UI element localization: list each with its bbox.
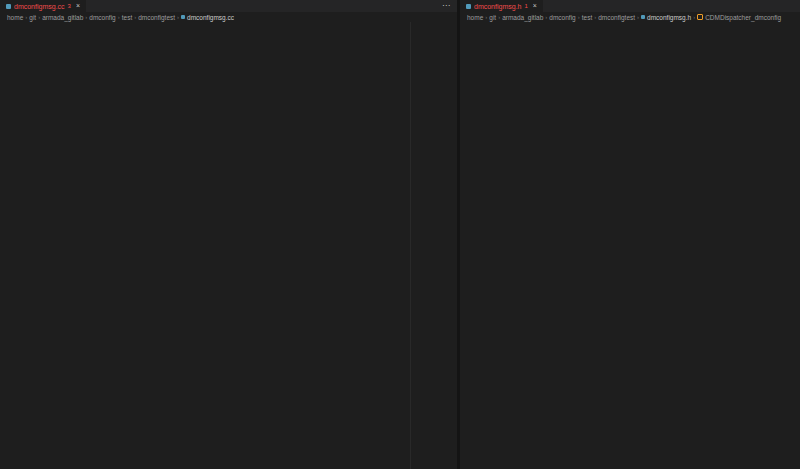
breadcrumb-item[interactable]: git [29,14,36,21]
code-editor-right[interactable] [460,22,800,469]
breadcrumb-separator: › [485,14,487,20]
breadcrumb-item[interactable]: git [489,14,496,21]
breadcrumb-symbol[interactable]: CDMDispatcher_dmconfig [705,14,781,21]
close-icon[interactable]: × [76,0,80,12]
class-symbol-icon [697,14,703,20]
breadcrumbs-left: home›git›armada_gitlab›dmconfig›test›dmc… [0,12,457,22]
tab-bar-left: dmconfigmsg.cc 3 × ⋯ [0,0,457,12]
close-icon[interactable]: × [533,0,537,12]
breadcrumb-separator: › [545,14,547,20]
editor-group-left: dmconfigmsg.cc 3 × ⋯ home›git›armada_git… [0,0,457,469]
tab-dmconfigmsg-cc[interactable]: dmconfigmsg.cc 3 × [0,0,86,12]
tab-label: dmconfigmsg.h [474,3,521,10]
breadcrumb-separator: › [594,14,596,20]
breadcrumb-separator: › [85,14,87,20]
minimap[interactable] [410,22,457,469]
tab-label: dmconfigmsg.cc [14,3,65,10]
breadcrumb-separator: › [134,14,136,20]
tab-dmconfigmsg-h[interactable]: dmconfigmsg.h 1 × [460,0,543,12]
cpp-file-icon [466,4,471,9]
cpp-file-icon [641,15,645,19]
breadcrumb-item[interactable]: test [582,14,592,21]
breadcrumb-item[interactable]: home [467,14,483,21]
code-editor-left[interactable] [0,22,457,469]
breadcrumb-separator: › [177,14,179,20]
breadcrumb-separator: › [498,14,500,20]
tab-error-badge: 3 [68,3,71,9]
editor-group-right: dmconfigmsg.h 1 × home›git›armada_gitlab… [460,0,800,469]
breadcrumb-file[interactable]: dmconfigmsg.h [647,14,691,21]
breadcrumb-separator: › [38,14,40,20]
cpp-file-icon [181,15,185,19]
tab-bar-right: dmconfigmsg.h 1 × [460,0,800,12]
breadcrumb-separator: › [118,14,120,20]
breadcrumb-item[interactable]: armada_gitlab [42,14,83,21]
breadcrumb-separator: › [693,14,695,20]
breadcrumb-item[interactable]: dmconfig [549,14,575,21]
breadcrumb-separator: › [578,14,580,20]
breadcrumb-separator: › [25,14,27,20]
cpp-file-icon [6,4,11,9]
breadcrumb-item[interactable]: dmconfigtest [138,14,175,21]
breadcrumb-file[interactable]: dmconfigmsg.cc [187,14,234,21]
editor-actions-icon[interactable]: ⋯ [435,0,457,12]
breadcrumb-item[interactable]: dmconfig [89,14,115,21]
breadcrumb-separator: › [637,14,639,20]
breadcrumb-item[interactable]: home [7,14,23,21]
breadcrumbs-right: home›git›armada_gitlab›dmconfig›test›dmc… [460,12,800,22]
vscode-window: dmconfigmsg.cc 3 × ⋯ home›git›armada_git… [0,0,800,469]
breadcrumb-item[interactable]: dmconfigtest [598,14,635,21]
breadcrumb-item[interactable]: armada_gitlab [502,14,543,21]
tab-error-badge: 1 [524,3,527,9]
breadcrumb-item[interactable]: test [122,14,132,21]
